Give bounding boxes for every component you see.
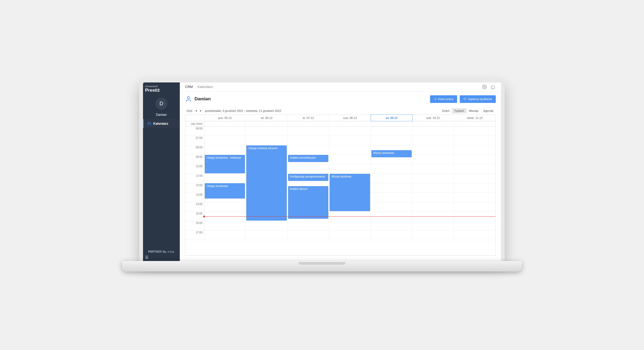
time-slot-label: 07:00 [185, 136, 204, 145]
view-tab-miesiąc[interactable]: Miesiąc [467, 108, 481, 113]
allday-cell[interactable] [371, 121, 412, 126]
logo: Streamsoft Prestiż [143, 82, 180, 94]
calendar-event[interactable]: Konfiguracja oprogramowania [288, 174, 328, 181]
calendar-wrapper: pon. 05.12wt. 06.12śr. 07.12czw. 08.12pt… [180, 114, 501, 261]
time-slot-label: 13:00 [185, 193, 204, 202]
svg-point-4 [484, 86, 485, 87]
time-slot-label: 11:00 [185, 174, 204, 183]
sidebar: Streamsoft Prestiż D Damian Kalendarz PA… [143, 82, 180, 261]
date-range-label: poniedziałek, 5 grudzień 2022 - niedziel… [203, 109, 283, 113]
day-header[interactable]: pt. 09.12 [371, 114, 413, 121]
avatar-name: Damian [156, 113, 167, 117]
main: CRM Kalendarz Damian Dzień pracy [180, 82, 501, 261]
day-header[interactable]: pon. 05.12 [204, 115, 246, 121]
day-header[interactable]: sob. 10.12 [412, 115, 454, 121]
topbar: CRM Kalendarz [180, 82, 501, 92]
calendar-event[interactable]: Zadane prezentacyjne [288, 155, 328, 162]
allday-cell[interactable] [454, 121, 495, 126]
next-button[interactable]: ▸ [198, 108, 203, 113]
calendar-icon [147, 122, 151, 126]
avatar-initial: D [160, 101, 163, 107]
allday-cell[interactable] [288, 121, 329, 126]
workday-button[interactable]: Dzień pracy [430, 95, 457, 103]
days-grid: Usługa serwisowa - instalacja ...Usługa … [204, 127, 495, 240]
avatar-section: D Damian [143, 94, 180, 119]
time-slot-label: 14:00 [185, 202, 204, 212]
allday-row: cały dzień [185, 121, 495, 127]
avatar[interactable]: D [155, 98, 167, 110]
time-slot-label: 06:00 [185, 127, 204, 136]
page-title: Damian [195, 96, 211, 102]
time-gutter: 06:0007:0008:0009:0010:0011:0012:0013:00… [185, 127, 204, 240]
time-slot-label: 16:00 [185, 221, 204, 231]
allday-cell[interactable] [204, 121, 246, 126]
day-column[interactable]: Usługa instalacji serwera [246, 127, 287, 240]
day-header[interactable]: czw. 08.12 [329, 115, 371, 121]
allday-label: cały dzień [185, 121, 204, 126]
gear-icon[interactable] [482, 84, 487, 90]
day-column[interactable] [454, 127, 495, 240]
breadcrumb-root[interactable]: CRM [185, 85, 193, 89]
breadcrumb-current[interactable]: Kalendarz [198, 85, 213, 89]
menu-toggle-icon[interactable]: ☰ [145, 255, 149, 259]
view-tab-dzień[interactable]: Dzień [440, 108, 452, 113]
allday-cell[interactable] [412, 121, 454, 126]
calendar-event[interactable]: Usługa instalacji serwera [246, 145, 287, 221]
today-button[interactable]: Dziś [185, 109, 194, 113]
logo-product: Prestiż [145, 88, 178, 93]
page-header: Damian Dzień pracy Zaplanuj spotkanie [180, 92, 501, 107]
day-column[interactable]: Zadane prezentacyjneKonfiguracja oprogra… [288, 127, 329, 240]
list-icon [434, 97, 437, 101]
current-time-indicator [204, 216, 495, 217]
clock-icon [463, 97, 466, 101]
calendar-header-row: pon. 05.12wt. 06.12śr. 07.12czw. 08.12pt… [185, 115, 495, 121]
calendar-event[interactable]: Wizyta serwisowa [371, 150, 412, 158]
schedule-meeting-button[interactable]: Zaplanuj spotkanie [460, 95, 496, 103]
time-slot-label: 17:00 [185, 231, 204, 240]
button-label: Zaplanuj spotkanie [468, 97, 492, 101]
calendar-event[interactable]: Analiza danych [288, 186, 328, 219]
sidebar-item-label: Kalendarz [153, 122, 168, 126]
time-slot-label: 08:00 [185, 145, 204, 155]
day-column[interactable]: Wizyta serwisowa [371, 127, 412, 240]
calendar-body: 06:0007:0008:0009:0010:0011:0012:0013:00… [185, 127, 495, 255]
allday-cell[interactable] [246, 121, 287, 126]
button-label: Dzień pracy [438, 97, 453, 101]
view-tabs: DzieńTydzieńMiesiącAgenda [440, 108, 496, 113]
calendar-event[interactable]: Usługa serwisowa - instalacja ... [205, 155, 245, 173]
svg-point-6 [187, 96, 190, 99]
prev-button[interactable]: ◂ [194, 108, 198, 113]
day-header[interactable]: niedz. 11.12 [454, 115, 495, 121]
person-icon [185, 96, 192, 102]
time-slot-label: 12:00 [185, 183, 204, 193]
allday-cell[interactable] [329, 121, 371, 126]
day-column[interactable]: Usługa serwisowa - instalacja ...Usługa … [204, 127, 246, 240]
day-column[interactable] [412, 127, 454, 240]
company-name: PARTNER Sp. z o.o. [143, 250, 180, 261]
calendar-event[interactable]: Wizyta handlowa [330, 174, 370, 211]
calendar: pon. 05.12wt. 06.12śr. 07.12czw. 08.12pt… [185, 114, 496, 256]
time-slot-label: 09:00 [185, 155, 204, 164]
view-tab-agenda[interactable]: Agenda [481, 108, 496, 113]
calendar-event[interactable]: Usługa serwisowa [205, 183, 245, 198]
time-slot-label: 15:00 [185, 212, 204, 221]
day-header[interactable]: śr. 07.12 [288, 115, 329, 121]
calendar-controls: Dziś ◂ ▸ poniedziałek, 5 grudzień 2022 -… [180, 107, 501, 114]
svg-rect-0 [148, 122, 151, 125]
day-column[interactable]: Wizyta handlowa [329, 127, 371, 240]
power-icon[interactable] [490, 84, 496, 90]
sidebar-item-kalendarz[interactable]: Kalendarz [143, 119, 180, 128]
day-header[interactable]: wt. 06.12 [246, 115, 288, 121]
view-tab-tydzień[interactable]: Tydzień [452, 108, 467, 113]
time-slot-label: 10:00 [185, 164, 204, 174]
logo-vendor: Streamsoft [145, 85, 178, 88]
